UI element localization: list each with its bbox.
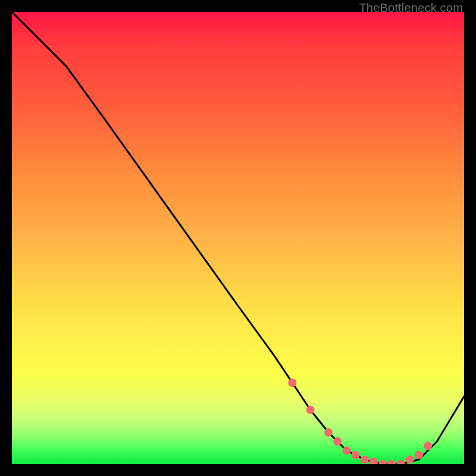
marker-dot bbox=[406, 455, 414, 464]
marker-dot bbox=[324, 428, 333, 437]
plot-area bbox=[12, 12, 464, 464]
marker-dot bbox=[333, 437, 342, 446]
curve-svg bbox=[12, 12, 464, 464]
marker-dot bbox=[378, 460, 387, 464]
marker-dot bbox=[306, 406, 315, 414]
marker-dot bbox=[397, 460, 405, 464]
marker-group bbox=[288, 378, 432, 464]
marker-dot bbox=[415, 451, 423, 459]
marker-dot bbox=[352, 451, 360, 459]
chart-frame: TheBottleneck.com bbox=[0, 0, 476, 476]
marker-dot bbox=[288, 378, 296, 387]
marker-dot bbox=[361, 455, 369, 464]
marker-dot bbox=[387, 460, 396, 464]
marker-dot bbox=[424, 442, 432, 450]
bottleneck-curve bbox=[12, 12, 464, 464]
marker-dot bbox=[369, 458, 378, 464]
marker-dot bbox=[342, 446, 350, 455]
